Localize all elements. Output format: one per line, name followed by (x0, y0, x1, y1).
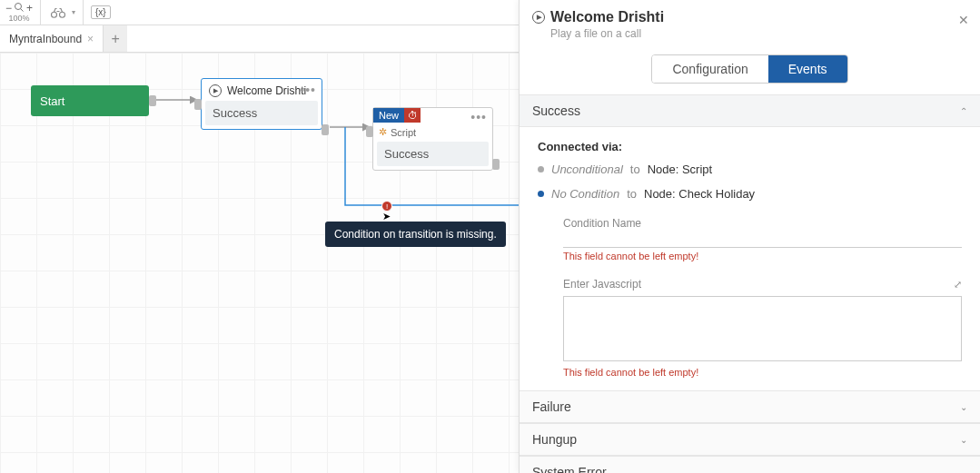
zoom-in-icon[interactable]: + (26, 3, 33, 14)
connector-out[interactable] (492, 159, 500, 170)
close-icon[interactable]: ✕ (958, 13, 969, 27)
field-label: Condition Name (563, 217, 962, 230)
connector-in[interactable] (366, 126, 373, 137)
tab-label: MyntraInbound (9, 33, 82, 45)
connection-row[interactable]: No Condition to Node: Check Holiday (538, 187, 962, 201)
accordion-head-failure[interactable]: Failure ⌄ (520, 391, 980, 423)
start-node[interactable]: Start (31, 85, 149, 116)
play-icon: ▶ (209, 84, 222, 97)
dot-icon (538, 166, 544, 172)
connector-out[interactable] (149, 95, 156, 106)
chevron-down-icon: ⌄ (960, 468, 967, 474)
accordion-head-success[interactable]: Success ⌃ (520, 95, 980, 127)
welcome-node[interactable]: ▶ Welcome Drishti ••• Success (201, 78, 322, 130)
connection-row[interactable]: Unconditional to Node: Script (538, 163, 962, 176)
ellipsis-icon[interactable]: ••• (470, 110, 487, 124)
accordion-head-system-error[interactable]: System Error ⌄ (520, 457, 980, 473)
ellipsis-icon[interactable]: ••• (300, 83, 316, 97)
binoculars-chevron-icon[interactable]: ▾ (72, 8, 75, 16)
field-error: This field cannot be left empty! (563, 251, 962, 261)
variable-chip[interactable]: {x} (91, 5, 111, 19)
panel-tabs: Configuration Events (651, 54, 847, 84)
connector-in[interactable] (194, 99, 202, 110)
add-tab-button[interactable]: + (104, 25, 127, 52)
tab-myntrainbound[interactable]: MyntraInbound × (0, 25, 104, 52)
start-label: Start (40, 94, 64, 108)
connected-via-label: Connected via: (538, 140, 962, 153)
binoculars-icon[interactable] (48, 3, 68, 23)
accordion-failure: Failure ⌄ (520, 390, 980, 423)
welcome-success-slot[interactable]: Success (205, 101, 318, 125)
accordion-head-hungup[interactable]: Hungup ⌄ (520, 424, 980, 456)
side-panel: ▶ Welcome Drishti Play a file on a call … (519, 0, 980, 473)
condition-name-field: Condition Name This field cannot be left… (563, 217, 962, 261)
gear-icon: ✲ (379, 126, 387, 138)
panel-subtitle: Play a file on a call (550, 27, 967, 40)
script-label: Script (391, 127, 416, 138)
zoom-control[interactable]: − + 100% (5, 2, 33, 23)
warning-icon: ⏱ (404, 108, 421, 123)
play-icon: ▶ (532, 11, 545, 24)
zoom-out-icon[interactable]: − (5, 3, 12, 14)
close-icon[interactable]: × (87, 33, 94, 45)
field-error: This field cannot be left empty! (563, 367, 962, 378)
javascript-textarea[interactable] (563, 296, 962, 361)
accordion-success: Success ⌃ Connected via: Unconditional t… (520, 94, 980, 390)
expand-icon[interactable]: ⤢ (954, 279, 962, 291)
condition-name-input[interactable] (563, 232, 962, 248)
panel-title: ▶ Welcome Drishti (532, 9, 967, 25)
script-success-slot[interactable]: Success (377, 142, 489, 166)
accordion-system-error: System Error ⌄ (520, 456, 980, 473)
svg-line-1 (21, 9, 24, 12)
script-node[interactable]: New ⏱ ••• ✲ Script Success (372, 107, 493, 171)
connector-out[interactable] (322, 124, 329, 135)
svg-point-0 (15, 4, 22, 10)
accordion-hungup: Hungup ⌄ (520, 423, 980, 456)
field-label: Enter Javascript (563, 278, 641, 291)
chevron-down-icon: ⌄ (960, 402, 967, 412)
welcome-title: Welcome Drishti (227, 84, 306, 97)
tab-configuration[interactable]: Configuration (652, 55, 767, 83)
zoom-level: 100% (9, 15, 30, 23)
svg-point-3 (60, 12, 65, 17)
new-badge: New (373, 108, 404, 123)
magnifier-icon (14, 2, 25, 15)
dot-icon (538, 191, 544, 197)
javascript-field: Enter Javascript ⤢ This field cannot be … (563, 278, 962, 378)
svg-point-2 (52, 12, 57, 17)
chevron-down-icon: ⌄ (960, 435, 967, 445)
tab-events[interactable]: Events (768, 55, 847, 83)
error-tooltip: Condition on transition is missing. (325, 222, 506, 247)
chevron-up-icon: ⌃ (960, 106, 967, 116)
connection-list: Unconditional to Node: Script No Conditi… (538, 163, 962, 201)
